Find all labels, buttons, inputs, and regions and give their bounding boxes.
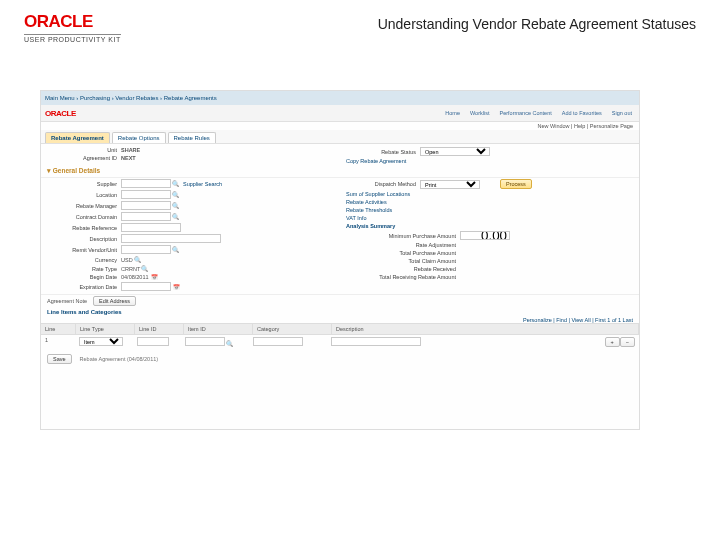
- dispatch-label: Dispatch Method: [346, 181, 416, 187]
- search-icon[interactable]: 🔍: [172, 202, 179, 209]
- line-items-header: Line Items and Categories: [41, 307, 639, 317]
- supplier-search-link[interactable]: Supplier Search: [183, 181, 222, 187]
- rate-adj-label: Rate Adjustment: [346, 242, 456, 248]
- description-input[interactable]: [121, 234, 221, 243]
- tab-rebate-agreement[interactable]: Rebate Agreement: [45, 132, 110, 143]
- location-label: Location: [47, 192, 117, 198]
- contact-label: Contract Domain: [47, 214, 117, 220]
- begin-date-value: 04/08/2011: [121, 274, 149, 280]
- remit-label: Remit Vendor/Unit: [47, 247, 117, 253]
- app-logo: ORACLE: [45, 109, 76, 118]
- col-category: Category: [253, 324, 332, 334]
- oracle-logo-block: ORACLE USER PRODUCTIVITY KIT: [24, 12, 121, 43]
- nav-signout[interactable]: Sign out: [609, 109, 635, 117]
- agreement-id-value: NEXT: [121, 155, 136, 161]
- page-title: Understanding Vendor Rebate Agreement St…: [378, 12, 696, 32]
- search-icon[interactable]: 🔍: [134, 256, 141, 263]
- supplier-label: Supplier: [47, 181, 117, 187]
- copy-agreement-link[interactable]: Copy Rebate Agreement: [346, 158, 406, 164]
- general-details-header: ▾ General Details: [41, 165, 639, 178]
- footer-info: Rebate Agreement (04/08/2011): [80, 356, 159, 362]
- rate-type-label: Rate Type: [47, 266, 117, 272]
- oracle-logo: ORACLE: [24, 12, 93, 32]
- expire-date-label: Expiration Date: [47, 284, 117, 290]
- currency-value: USD: [121, 257, 133, 263]
- min-amt-label: Minimum Purchase Amount: [346, 233, 456, 239]
- col-desc: Description: [332, 324, 639, 334]
- vat-info-link[interactable]: VAT Info: [346, 215, 366, 221]
- rebate-mgr-input[interactable]: [121, 201, 171, 210]
- location-input[interactable]: [121, 190, 171, 199]
- description-label: Description: [47, 236, 117, 242]
- status-label: Rebate Status: [346, 149, 416, 155]
- contact-input[interactable]: [121, 212, 171, 221]
- cell-desc-input[interactable]: [331, 337, 421, 346]
- tab-rebate-options[interactable]: Rebate Options: [112, 132, 166, 143]
- calendar-icon[interactable]: 📅: [151, 274, 158, 280]
- begin-date-label: Begin Date: [47, 274, 117, 280]
- tot-claim-label: Total Claim Amount: [346, 258, 456, 264]
- rebate-activities-link[interactable]: Rebate Activities: [346, 199, 387, 205]
- app-screenshot: Main Menu › Purchasing › Vendor Rebates …: [40, 90, 640, 430]
- dispatch-select[interactable]: Print: [420, 180, 480, 189]
- col-item-id: Item ID: [184, 324, 253, 334]
- process-button[interactable]: Process: [500, 179, 532, 189]
- cell-line: 1: [41, 335, 75, 349]
- search-icon[interactable]: 🔍: [172, 213, 179, 220]
- unit-value: SHARE: [121, 147, 140, 153]
- save-button[interactable]: Save: [47, 354, 72, 364]
- sum-suppliers-link[interactable]: Sum of Supplier Locations: [346, 191, 410, 197]
- cell-line-id-input[interactable]: [137, 337, 169, 346]
- search-icon[interactable]: 🔍: [141, 265, 148, 272]
- search-icon[interactable]: 🔍: [172, 191, 179, 198]
- agreement-note-label: Agreement Note: [47, 298, 87, 304]
- rate-type-value: CRRNT: [121, 266, 140, 272]
- line-table-header: Line Line Type Line ID Item ID Category …: [41, 323, 639, 335]
- col-line-id: Line ID: [135, 324, 184, 334]
- delete-row-button[interactable]: −: [620, 337, 635, 347]
- rebate-thresholds-link[interactable]: Rebate Thresholds: [346, 207, 392, 213]
- calendar-icon[interactable]: 📅: [173, 284, 180, 290]
- rebate-ref-label: Rebate Reference: [47, 225, 117, 231]
- col-line: Line: [41, 324, 76, 334]
- search-icon[interactable]: 🔍: [172, 246, 179, 253]
- agreement-id-label: Agreement ID: [47, 155, 117, 161]
- nav-fav[interactable]: Add to Favorites: [559, 109, 605, 117]
- search-icon[interactable]: 🔍: [172, 180, 179, 187]
- expire-date-input[interactable]: [121, 282, 171, 291]
- rebate-rec-label: Rebate Received: [346, 266, 456, 272]
- tot-purch-label: Total Purchase Amount: [346, 250, 456, 256]
- nav-perf[interactable]: Performance Content: [496, 109, 554, 117]
- breadcrumb[interactable]: Main Menu › Purchasing › Vendor Rebates …: [41, 91, 639, 105]
- col-type: Line Type: [76, 324, 135, 334]
- add-row-button[interactable]: +: [605, 337, 620, 347]
- nav-home[interactable]: Home: [442, 109, 463, 117]
- cell-category-input[interactable]: [253, 337, 303, 346]
- tab-rebate-rules[interactable]: Rebate Rules: [168, 132, 216, 143]
- cell-type-select[interactable]: Item: [79, 337, 123, 346]
- analysis-summary-header: Analysis Summary: [346, 223, 395, 229]
- cell-item-id-input[interactable]: [185, 337, 225, 346]
- status-select[interactable]: Open: [420, 147, 490, 156]
- table-row: 1 Item 🔍 +−: [41, 335, 639, 349]
- tot-rebate-label: Total Receiving Rebate Amount: [346, 274, 456, 280]
- supplier-input[interactable]: [121, 179, 171, 188]
- nav-worklist[interactable]: Worklist: [467, 109, 492, 117]
- unit-label: Unit: [47, 147, 117, 153]
- global-nav: ORACLE Home Worklist Performance Content…: [41, 105, 639, 122]
- page-tabs: Rebate Agreement Rebate Options Rebate R…: [41, 130, 639, 144]
- page-utility-links[interactable]: New Window | Help | Personalize Page: [41, 122, 639, 130]
- search-icon[interactable]: 🔍: [226, 340, 233, 347]
- currency-label: Currency: [47, 257, 117, 263]
- remit-input[interactable]: [121, 245, 171, 254]
- edit-address-button[interactable]: Edit Address: [93, 296, 136, 306]
- rebate-mgr-label: Rebate Manager: [47, 203, 117, 209]
- upk-subtitle: USER PRODUCTIVITY KIT: [24, 34, 121, 43]
- rebate-ref-input[interactable]: [121, 223, 181, 232]
- min-amt-input[interactable]: [460, 231, 510, 240]
